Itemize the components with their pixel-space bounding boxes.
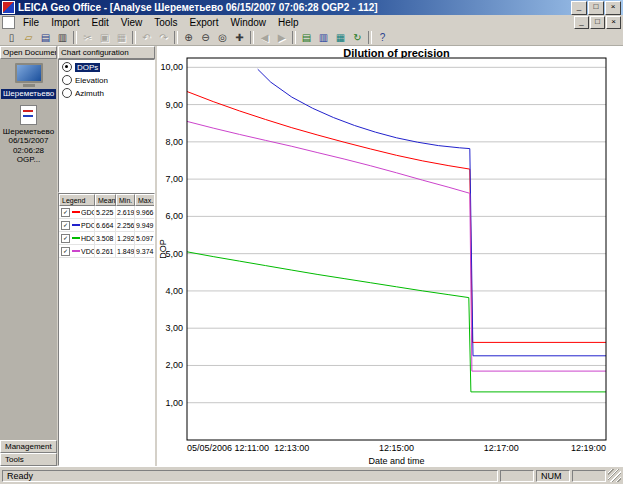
open-documents-panel: Open Documents Шереметьево Шереметьево 0…	[0, 46, 57, 466]
legend-name-cell: ✓HDOP	[59, 232, 95, 244]
menu-item-file[interactable]: File	[17, 16, 45, 29]
y-tick-label: 9,00	[165, 100, 183, 110]
toolbar-separator	[132, 31, 136, 44]
zoom-window-icon[interactable]: ◎	[214, 31, 231, 45]
new-icon[interactable]: ▯	[3, 31, 20, 45]
legend-max-cell: 5.097	[135, 232, 154, 244]
chart-configuration-panel: Chart configuration DOPsElevationAzimuth…	[58, 46, 155, 466]
restore-button[interactable]: □	[588, 1, 604, 15]
y-tick-label: 7,00	[165, 174, 183, 184]
legend-row: ✓PDOP6.6642.2569.949	[59, 219, 154, 232]
legend-min-cell: 1.849	[116, 245, 135, 257]
save-icon[interactable]: ▤	[37, 31, 54, 45]
toolbar-separator	[292, 31, 296, 44]
chart-config-option-dops[interactable]: DOPs	[59, 60, 154, 73]
x-axis-label: Date and time	[368, 456, 424, 466]
checkbox-icon[interactable]: ✓	[61, 221, 70, 230]
refresh-icon[interactable]: ↻	[349, 31, 366, 45]
menu-item-tools[interactable]: Tools	[148, 16, 183, 29]
legend-max-cell: 9.374	[135, 245, 154, 257]
sidebar-tab-tools[interactable]: Tools	[0, 453, 57, 466]
legend-mean-cell: 6.664	[95, 219, 116, 231]
checkbox-icon[interactable]: ✓	[61, 247, 70, 256]
open-documents-header: Open Documents	[0, 46, 57, 59]
window-title: LEICA Geo Office - [Analyse Шереметьево …	[18, 2, 378, 13]
cut-icon: ✂	[79, 31, 96, 45]
y-tick-label: 6,00	[165, 211, 183, 221]
document-item-analysis[interactable]: Шереметьево 06/15/2007 02:06:28 OGP...	[0, 105, 57, 165]
radio-icon	[62, 88, 72, 98]
help-icon[interactable]: ?	[374, 31, 391, 45]
y-tick-label: 4,00	[165, 286, 183, 296]
radio-icon	[62, 62, 72, 72]
minimize-button[interactable]: _	[571, 1, 587, 15]
menu-item-import[interactable]: Import	[45, 16, 85, 29]
status-message: Ready	[2, 470, 498, 482]
series-color-swatch	[72, 250, 80, 252]
menu-item-help[interactable]: Help	[272, 16, 305, 29]
toolbar-icons: ▯▱▤▥✂▣▦↶↷⊕⊖◎✚◀▶▤▥▦↻?	[0, 30, 623, 46]
close-button[interactable]: ×	[605, 1, 621, 15]
menu-bar: FileImportEditViewToolsExportWindowHelp …	[0, 15, 623, 30]
checkbox-icon[interactable]: ✓	[61, 234, 70, 243]
legend-column-header[interactable]: Min.	[116, 194, 135, 206]
legend-column-header[interactable]: Mean	[95, 194, 116, 206]
open-icon[interactable]: ▱	[20, 31, 37, 45]
legend-name-cell: ✓PDOP	[59, 219, 95, 231]
chart-configuration-header: Chart configuration	[58, 46, 155, 59]
pan-icon[interactable]: ✚	[231, 31, 248, 45]
status-cell-scrl	[572, 470, 606, 482]
y-axis-label: DOP	[158, 239, 168, 259]
copy-icon: ▣	[96, 31, 113, 45]
area-view-icon[interactable]: ▦	[332, 31, 349, 45]
x-tick-label: 12:15:00	[379, 443, 414, 453]
points-view-icon[interactable]: ▤	[298, 31, 315, 45]
chart-svg: 10,009,008,007,006,005,004,003,002,001,0…	[157, 46, 623, 466]
zoom-in-icon[interactable]: ⊕	[180, 31, 197, 45]
legend-column-header[interactable]: Max.	[135, 194, 154, 206]
series-name: VDOP	[81, 248, 95, 255]
mdi-close-button[interactable]: ×	[606, 16, 621, 29]
toolbar-separator	[368, 31, 372, 44]
zoom-out-icon[interactable]: ⊖	[197, 31, 214, 45]
legend-row: ✓HDOP3.5081.2925.097	[59, 232, 154, 245]
chart-config-option-elevation[interactable]: Elevation	[59, 73, 154, 86]
document-item-project[interactable]: Шереметьево	[0, 63, 57, 99]
chart-area: Dilution of precision 10,009,008,007,006…	[157, 46, 623, 466]
next-view-icon: ▶	[273, 31, 290, 45]
checkbox-icon[interactable]: ✓	[61, 208, 70, 217]
legend-column-header[interactable]: Legend	[59, 194, 95, 206]
chart-config-list: DOPsElevationAzimuth	[58, 59, 155, 193]
lines-view-icon[interactable]: ▥	[315, 31, 332, 45]
x-tick-label: 05/05/2006 12:11:00	[187, 443, 269, 453]
print-icon[interactable]: ▥	[54, 31, 71, 45]
undo-icon: ↶	[138, 31, 155, 45]
legend-max-cell: 9.966	[135, 206, 154, 218]
legend-rows: ✓GDOP5.2252.6199.966✓PDOP6.6642.2569.949…	[59, 206, 154, 258]
option-label: DOPs	[75, 63, 100, 72]
y-tick-label: 10,00	[160, 62, 183, 72]
resize-grip[interactable]	[608, 469, 621, 482]
legend-min-cell: 1.292	[116, 232, 135, 244]
legend-max-cell: 9.949	[135, 219, 154, 231]
mdi-restore-button[interactable]: □	[590, 16, 605, 29]
menu-item-edit[interactable]: Edit	[85, 16, 114, 29]
legend-name-cell: ✓GDOP	[59, 206, 95, 218]
analysis-doc-icon	[20, 105, 37, 125]
status-num-indicator: NUM	[536, 470, 570, 482]
paste-icon: ▦	[113, 31, 130, 45]
mdi-window-controls: _ □ ×	[574, 16, 621, 29]
x-tick-label: 12:19:00	[571, 443, 606, 453]
option-label: Azimuth	[75, 89, 104, 98]
menu-item-window[interactable]: Window	[224, 16, 272, 29]
sidebar-tab-management[interactable]: Management	[0, 440, 57, 453]
chart-config-option-azimuth[interactable]: Azimuth	[59, 86, 154, 99]
status-bar: Ready NUM	[0, 466, 623, 484]
menu-item-view[interactable]: View	[115, 16, 149, 29]
series-name: GDOP	[81, 209, 95, 216]
computer-icon	[15, 63, 43, 83]
mdi-minimize-button[interactable]: _	[574, 16, 589, 29]
redo-icon: ↷	[155, 31, 172, 45]
menu-item-export[interactable]: Export	[184, 16, 225, 29]
mdi-document-icon	[2, 16, 15, 29]
